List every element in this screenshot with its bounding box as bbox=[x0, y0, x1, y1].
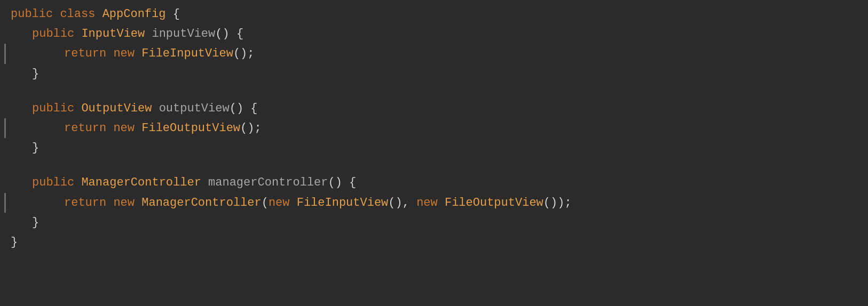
code-token: FileOutputView bbox=[445, 194, 543, 212]
code-token: new bbox=[113, 194, 135, 212]
code-token: } bbox=[32, 65, 39, 83]
code-token: AppConfig bbox=[102, 5, 166, 23]
code-token: FileOutputView bbox=[141, 119, 240, 138]
code-line bbox=[0, 158, 868, 173]
code-bar-indicator bbox=[4, 118, 6, 138]
code-token: InputView bbox=[81, 25, 145, 43]
code-token: new bbox=[113, 44, 135, 63]
code-token: FileInputView bbox=[297, 194, 389, 212]
code-token: managerController bbox=[208, 173, 328, 192]
code-token: ()); bbox=[543, 194, 572, 212]
code-token: public bbox=[32, 25, 74, 43]
code-token bbox=[289, 194, 296, 212]
code-token bbox=[74, 99, 81, 118]
code-token: return bbox=[64, 194, 106, 212]
code-token: } bbox=[11, 233, 18, 252]
code-line: public OutputView outputView() { bbox=[0, 99, 868, 118]
code-line: public ManagerController managerControll… bbox=[0, 173, 868, 192]
code-token: class bbox=[60, 5, 95, 23]
code-token bbox=[201, 173, 208, 192]
code-editor: public class AppConfig {public InputView… bbox=[0, 0, 868, 306]
code-token bbox=[152, 99, 159, 118]
code-bar-indicator bbox=[4, 44, 6, 63]
code-token bbox=[106, 119, 113, 138]
code-token bbox=[135, 194, 141, 212]
code-token bbox=[74, 173, 81, 192]
code-line: return new FileInputView(); bbox=[0, 44, 868, 63]
code-token: } bbox=[32, 213, 39, 232]
code-token: ManagerController bbox=[81, 173, 201, 192]
code-line: return new FileOutputView(); bbox=[0, 118, 868, 138]
code-token: FileInputView bbox=[141, 44, 233, 63]
code-token: new bbox=[269, 194, 290, 212]
code-token: return bbox=[64, 44, 106, 63]
code-token bbox=[106, 44, 113, 63]
code-token bbox=[106, 194, 113, 212]
code-token: (), bbox=[388, 194, 416, 212]
code-line: public InputView inputView() { bbox=[0, 24, 868, 44]
code-token: public bbox=[32, 173, 74, 192]
code-token bbox=[74, 25, 81, 43]
code-token: () { bbox=[328, 173, 357, 192]
code-token: OutputView bbox=[81, 99, 152, 118]
code-token: () { bbox=[230, 99, 258, 118]
code-token: { bbox=[165, 5, 179, 23]
code-token: new bbox=[113, 119, 135, 138]
code-token bbox=[53, 5, 60, 23]
code-token: ( bbox=[262, 194, 269, 212]
code-line: } bbox=[0, 64, 868, 84]
code-token: outputView bbox=[159, 99, 230, 118]
code-token: () { bbox=[215, 25, 243, 43]
code-token bbox=[135, 44, 141, 63]
code-token bbox=[145, 25, 152, 43]
code-token: inputView bbox=[152, 25, 215, 43]
code-token bbox=[438, 194, 445, 212]
code-token: new bbox=[416, 194, 438, 212]
code-line: } bbox=[0, 213, 868, 232]
code-line: return new ManagerController(new FileInp… bbox=[0, 193, 868, 213]
code-token: } bbox=[32, 139, 39, 157]
code-line: } bbox=[0, 232, 868, 252]
code-line: public class AppConfig { bbox=[0, 4, 868, 24]
code-token bbox=[95, 5, 102, 23]
code-line bbox=[0, 84, 868, 99]
code-token bbox=[135, 119, 141, 138]
code-token: (); bbox=[233, 44, 255, 63]
code-token: public bbox=[11, 5, 53, 23]
code-line: } bbox=[0, 138, 868, 158]
code-bar-indicator bbox=[4, 193, 6, 213]
code-token: (); bbox=[240, 119, 262, 138]
code-token: public bbox=[32, 99, 74, 118]
code-token: ManagerController bbox=[141, 194, 261, 212]
code-token: return bbox=[64, 119, 106, 138]
